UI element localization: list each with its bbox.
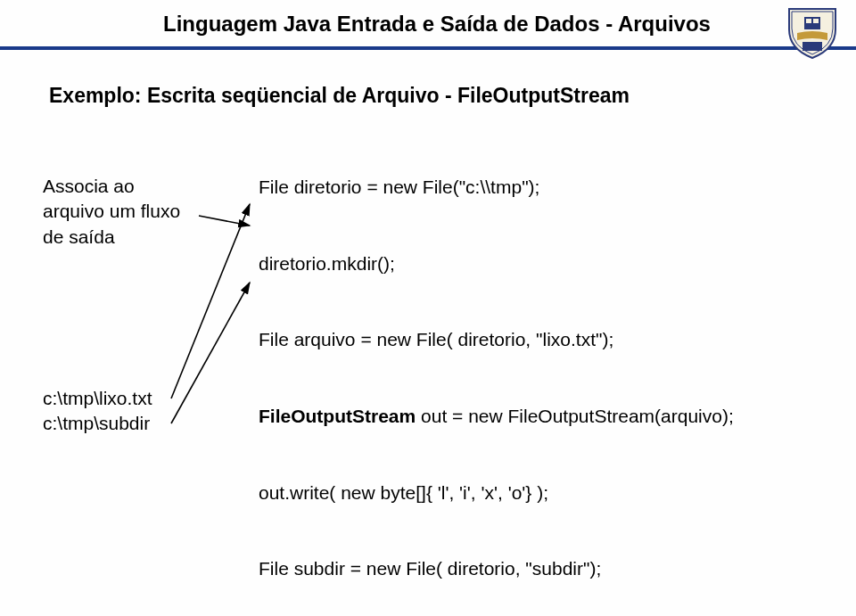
code-text: out = new FileOutputStream(arquivo);	[416, 406, 734, 426]
code-line: out.write( new byte[]{ 'l', 'i', 'x', 'o…	[259, 480, 856, 506]
path-line: c:\tmp\subdir	[43, 411, 152, 436]
annotation-line: de saída	[43, 225, 180, 250]
svg-line-4	[171, 204, 250, 398]
code-keyword: FileOutputStream	[259, 406, 416, 426]
code-line: diretorio.mkdir();	[259, 251, 856, 277]
code-line: File diretorio = new File("c:\\tmp");	[259, 175, 856, 201]
svg-line-5	[171, 283, 250, 423]
content-area: Associa ao arquivo um fluxo de saída c:\…	[0, 124, 856, 616]
header: Linguagem Java Entrada e Saída de Dados …	[0, 0, 856, 50]
annotation-text: Associa ao arquivo um fluxo de saída	[43, 174, 180, 250]
page-title: Linguagem Java Entrada e Saída de Dados …	[0, 7, 856, 41]
code-line: FileOutputStream out = new FileOutputStr…	[259, 404, 856, 430]
code-line: File arquivo = new File( diretorio, "lix…	[259, 327, 856, 353]
svg-rect-2	[813, 19, 819, 23]
path-labels: c:\tmp\lixo.txt c:\tmp\subdir	[43, 386, 152, 437]
annotation-line: arquivo um fluxo	[43, 199, 180, 224]
shield-logo-icon	[785, 4, 840, 60]
annotation-line: Associa ao	[43, 174, 180, 199]
path-line: c:\tmp\lixo.txt	[43, 386, 152, 411]
svg-rect-1	[806, 19, 811, 23]
university-logo	[785, 4, 840, 60]
code-block: File diretorio = new File("c:\\tmp"); di…	[259, 124, 856, 616]
divider-line	[0, 46, 856, 50]
section-subtitle: Exemplo: Escrita seqüencial de Arquivo -…	[49, 84, 856, 108]
code-line: File subdir = new File( diretorio, "subd…	[259, 556, 856, 582]
svg-line-3	[199, 216, 250, 226]
